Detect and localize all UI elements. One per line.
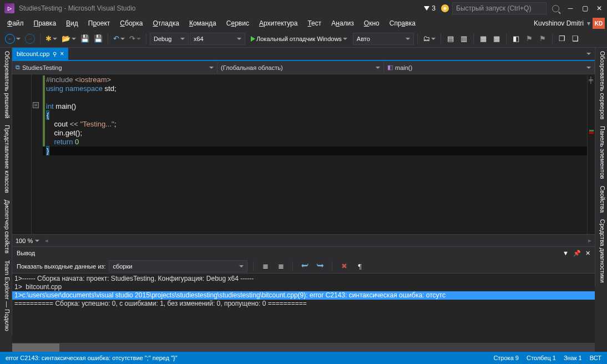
overview-ruler[interactable]: ╪ — [587, 74, 595, 234]
out-clear[interactable]: ✖ — [338, 260, 350, 272]
side-server-explorer[interactable]: Обозреватель серверов — [595, 48, 607, 123]
redo-button[interactable]: ↷ — [128, 33, 143, 45]
output-scrollbar-h[interactable] — [12, 343, 595, 352]
user-name[interactable]: Kuvshinov Dmitri — [530, 19, 587, 27]
fold-toggle[interactable]: − — [33, 102, 39, 108]
side-diagnostics[interactable]: Средства диагностики — [595, 216, 607, 286]
flag-icon — [424, 6, 429, 11]
out-tb4[interactable]: ⮩ — [314, 260, 326, 272]
start-debug-button[interactable]: Локальный отладчик Windows — [246, 33, 352, 45]
output-title: Вывод — [17, 250, 35, 256]
tb-icon4[interactable]: ▦ — [477, 33, 489, 45]
split-icon[interactable]: ╪ — [589, 75, 593, 84]
undo-button[interactable]: ↶ — [112, 33, 127, 45]
panel-dropdown-icon[interactable]: ▼ — [563, 250, 569, 257]
menu-edit[interactable]: Правка — [29, 18, 62, 29]
menu-project[interactable]: Проект — [83, 18, 115, 29]
menu-analyze[interactable]: Анализ — [326, 18, 359, 29]
tb-icon1[interactable]: 🗂 — [421, 33, 437, 45]
output-line-error[interactable]: 1>c:\users\user\documents\visual studio … — [12, 291, 595, 300]
platform-dropdown[interactable]: x64 — [190, 33, 245, 45]
minimize-button[interactable]: ─ — [567, 5, 574, 12]
editor-margin: − — [12, 74, 43, 234]
save-all-button[interactable]: 💾 — [92, 33, 104, 45]
user-badge[interactable]: KD — [593, 18, 605, 29]
nav-back-button[interactable]: ← — [3, 33, 22, 45]
output-toolbar: Показать выходные данные из: сборки ≣ ≣ … — [12, 259, 595, 274]
output-line: 1>------ Сборка начата: проект: StudiesT… — [12, 275, 595, 283]
panel-close-icon[interactable]: ✕ — [585, 250, 590, 257]
main-toolbar: ← → ✱ 📂 💾 💾 ↶ ↷ Debug x64 Локальный отла… — [0, 30, 607, 48]
menu-tools[interactable]: Сервис — [221, 18, 254, 29]
file-tab-bitcount[interactable]: bitcount.cpp ⚲ × — [12, 48, 68, 60]
nav-func-dropdown[interactable]: ◧main() — [384, 61, 595, 74]
menu-bar: Файл Правка Вид Проект Сборка Отладка Ко… — [0, 17, 607, 30]
menu-arch[interactable]: Архитектура — [254, 18, 303, 29]
status-col: Столбец 1 — [527, 355, 556, 361]
tb-icon9[interactable]: ❐ — [556, 33, 568, 45]
out-tb2[interactable]: ≣ — [275, 260, 287, 272]
document-tab-strip: bitcount.cpp ⚲ × — [12, 48, 595, 61]
menu-debug[interactable]: Отладка — [148, 18, 184, 29]
output-source-label: Показать выходные данные из: — [17, 263, 105, 270]
menu-file[interactable]: Файл — [2, 18, 29, 29]
tb-icon2[interactable]: ▤ — [444, 33, 457, 45]
nav-fwd-button[interactable]: → — [23, 33, 37, 45]
tab-overflow-button[interactable] — [583, 48, 595, 60]
output-source-dropdown[interactable]: сборки — [109, 260, 247, 272]
out-wrap[interactable]: ¶ — [353, 260, 366, 272]
tb-icon3[interactable]: ▥ — [458, 33, 470, 45]
menu-view[interactable]: Вид — [61, 18, 83, 29]
maximize-button[interactable]: ▢ — [581, 5, 588, 12]
status-char: Знак 1 — [564, 355, 582, 361]
tb-icon6[interactable]: ◧ — [510, 33, 522, 45]
status-ins: ВСТ — [590, 355, 601, 361]
save-button[interactable]: 💾 — [79, 33, 91, 45]
out-tb3[interactable]: ⮨ — [299, 260, 311, 272]
tb-icon7[interactable]: ⚑ — [523, 33, 535, 45]
output-header: Вывод ▼ 📌 ✕ — [12, 247, 595, 259]
panel-pin-icon[interactable]: 📌 — [573, 250, 581, 257]
output-line: 1> bitcount.cpp — [12, 283, 595, 291]
out-tb1[interactable]: ≣ — [259, 260, 271, 272]
zoom-dropdown-icon[interactable] — [35, 240, 39, 242]
menu-build[interactable]: Сборка — [115, 18, 148, 29]
feedback-button[interactable]: ☻ — [441, 4, 449, 12]
tb-icon8[interactable]: ⚑ — [537, 33, 549, 45]
output-line: ========== Сборка: успешно: 0, с ошибкам… — [12, 300, 595, 308]
menu-team[interactable]: Команда — [184, 18, 221, 29]
menu-window[interactable]: Окно — [359, 18, 385, 29]
pin-icon[interactable]: ⚲ — [53, 51, 57, 57]
nav-project-dropdown[interactable]: ⧉StudiesTesting — [12, 61, 217, 74]
nav-scope-dropdown[interactable]: (Глобальная область) — [217, 61, 384, 74]
side-properties[interactable]: Свойства — [595, 183, 607, 216]
code-area[interactable]: #include <iostream> using namespace std;… — [43, 74, 587, 234]
quick-launch-input[interactable]: Быстрый запуск (Ctrl+Q) — [452, 2, 547, 14]
side-class-view[interactable]: Представление классов — [0, 122, 12, 196]
side-team-explorer[interactable]: Team Explorer — Подклю — [0, 257, 12, 335]
tb-icon5[interactable]: ▦ — [490, 33, 503, 45]
side-property-manager[interactable]: Диспетчер свойств — [0, 196, 12, 257]
processtype-dropdown[interactable]: Авто — [353, 33, 414, 45]
close-button[interactable]: ✕ — [596, 5, 603, 12]
notifications-button[interactable]: 3 — [424, 4, 436, 12]
output-text[interactable]: 1>------ Сборка начата: проект: StudiesT… — [12, 274, 595, 343]
main-area: Обозреватель решений Представление класс… — [0, 48, 607, 352]
side-toolbox[interactable]: Панель элементов — [595, 123, 607, 183]
new-file-button[interactable]: ✱ — [44, 33, 59, 45]
side-solution-explorer[interactable]: Обозреватель решений — [0, 48, 12, 122]
zoom-level[interactable]: 100 % — [16, 237, 33, 244]
tab-close-button[interactable]: × — [60, 50, 64, 58]
tb-icon10[interactable]: ❏ — [569, 33, 581, 45]
zoom-bar: 100 % ◂ ▸ — [12, 234, 595, 246]
menu-help[interactable]: Справка — [385, 18, 421, 29]
open-button[interactable]: 📂 — [60, 33, 78, 45]
menu-test[interactable]: Тест — [302, 18, 326, 29]
status-bar: error C2143: синтаксическая ошибка: отсу… — [0, 352, 607, 364]
status-line: Строка 9 — [493, 355, 519, 361]
status-error[interactable]: error C2143: синтаксическая ошибка: отсу… — [6, 355, 178, 361]
configuration-dropdown[interactable]: Debug — [150, 33, 189, 45]
output-panel: Вывод ▼ 📌 ✕ Показать выходные данные из:… — [12, 246, 595, 352]
code-editor[interactable]: − #include <iostream> using namespace st… — [12, 74, 595, 234]
tab-filename: bitcount.cpp — [17, 50, 49, 57]
